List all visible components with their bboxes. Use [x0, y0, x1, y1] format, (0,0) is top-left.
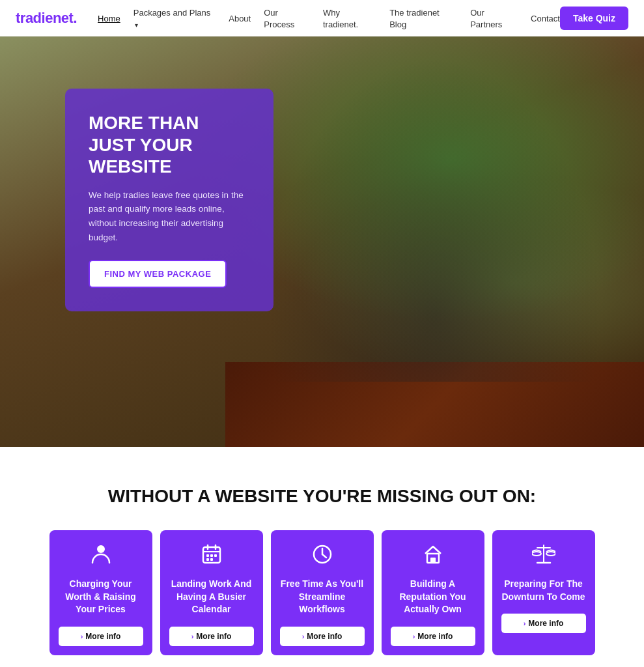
- more-info-button-free-time[interactable]: › More info: [280, 627, 365, 646]
- more-info-button-downturn[interactable]: › More info: [501, 614, 586, 633]
- hero-content-box: More Than Just Your Website We help trad…: [65, 89, 273, 311]
- nav-item-home[interactable]: Home: [98, 12, 120, 24]
- svg-rect-6: [210, 554, 213, 557]
- more-info-button-charging[interactable]: › More info: [59, 627, 143, 646]
- nav-link-partners[interactable]: Our Partners: [470, 8, 502, 29]
- card-charging-label: Charging Your Worth & Raising Your Price…: [59, 578, 143, 616]
- more-info-label: More info: [528, 619, 563, 628]
- nav-item-why[interactable]: Why tradienet.: [323, 7, 376, 30]
- chevron-right-icon: ›: [302, 632, 305, 640]
- take-quiz-button[interactable]: Take Quiz: [560, 7, 628, 30]
- card-reputation-label: Building A Reputation You Actually Own: [391, 578, 475, 616]
- chevron-down-icon: ▾: [135, 21, 138, 29]
- chevron-right-icon: ›: [524, 619, 526, 627]
- nav-item-contact[interactable]: Contact: [531, 12, 560, 24]
- house-icon: [422, 543, 444, 570]
- logo-accent: net.: [53, 10, 77, 26]
- card-free-time: Free Time As You'll Streamline Workflows…: [271, 530, 374, 655]
- more-info-button-reputation[interactable]: › More info: [391, 627, 475, 646]
- nav-link-home[interactable]: Home: [98, 14, 120, 23]
- hero-title: More Than Just Your Website: [89, 112, 250, 178]
- nav-item-about[interactable]: About: [229, 12, 251, 24]
- logo[interactable]: tradienet.: [16, 10, 77, 27]
- card-charging: Charging Your Worth & Raising Your Price…: [49, 530, 152, 655]
- hero-section: More Than Just Your Website We help trad…: [0, 36, 644, 447]
- card-reputation: Building A Reputation You Actually Own ›…: [382, 530, 484, 655]
- more-info-button-landing[interactable]: › More info: [169, 627, 254, 646]
- svg-rect-9: [210, 558, 213, 561]
- nav-link-contact[interactable]: Contact: [531, 14, 560, 23]
- calendar-icon: [201, 543, 223, 570]
- more-info-label: More info: [196, 632, 231, 641]
- chevron-right-icon: ›: [413, 632, 415, 640]
- hero-person-figure: [267, 56, 602, 382]
- missing-out-title: Without A Website You're Missing Out On:: [26, 486, 618, 507]
- nav-item-process[interactable]: Our Process: [264, 7, 310, 30]
- card-downturn-label: Preparing For The Downturn To Come: [501, 578, 586, 603]
- svg-rect-7: [214, 554, 217, 557]
- nav-item-partners[interactable]: Our Partners: [470, 7, 518, 30]
- card-downturn: Preparing For The Downturn To Come › Mor…: [492, 530, 595, 655]
- svg-point-0: [97, 545, 105, 553]
- more-info-label: More info: [85, 632, 120, 641]
- nav-item-packages[interactable]: Packages and Plans ▾: [133, 7, 216, 30]
- hero-image-area: [225, 36, 644, 447]
- logo-text: tradie: [16, 10, 53, 26]
- card-landing: Landing Work And Having A Busier Calenda…: [160, 530, 263, 655]
- svg-point-18: [532, 552, 541, 556]
- missing-out-section: Without A Website You're Missing Out On:…: [0, 447, 644, 667]
- person-icon: [90, 543, 112, 570]
- nav-link-why[interactable]: Why tradienet.: [323, 8, 358, 29]
- svg-point-19: [546, 552, 555, 556]
- nav-item-blog[interactable]: The tradienet Blog: [389, 7, 457, 30]
- more-info-label: More info: [307, 632, 342, 641]
- svg-rect-5: [206, 554, 209, 557]
- svg-rect-14: [430, 558, 436, 563]
- clock-icon: [311, 543, 333, 570]
- cards-row: Charging Your Worth & Raising Your Price…: [26, 530, 618, 655]
- card-free-time-label: Free Time As You'll Streamline Workflows: [280, 578, 365, 616]
- svg-line-12: [322, 554, 326, 558]
- chevron-right-icon: ›: [191, 632, 194, 640]
- nav-link-packages[interactable]: Packages and Plans ▾: [133, 8, 211, 29]
- nav-link-blog[interactable]: The tradienet Blog: [389, 8, 440, 29]
- chevron-right-icon: ›: [81, 632, 83, 640]
- nav-link-process[interactable]: Our Process: [264, 8, 294, 29]
- hero-subtitle: We help tradies leave free quotes in the…: [89, 188, 250, 244]
- scales-icon: [532, 543, 555, 570]
- nav-links: Home Packages and Plans ▾ About Our Proc…: [98, 7, 560, 30]
- card-landing-label: Landing Work And Having A Busier Calenda…: [169, 578, 254, 616]
- find-package-button[interactable]: Find My Web Package: [89, 260, 227, 288]
- navbar: tradienet. Home Packages and Plans ▾ Abo…: [0, 0, 644, 36]
- nav-link-about[interactable]: About: [229, 14, 251, 23]
- svg-rect-8: [206, 558, 209, 561]
- more-info-label: More info: [417, 632, 453, 641]
